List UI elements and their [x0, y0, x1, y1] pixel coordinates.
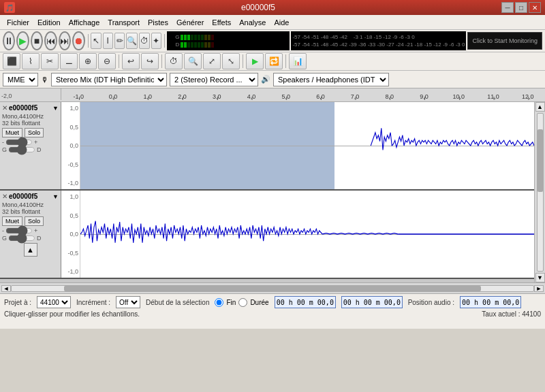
menu-generer[interactable]: Générer — [172, 17, 208, 28]
pan-slider-1[interactable] — [8, 147, 35, 152]
loop-button[interactable]: 🔁 — [265, 53, 283, 69]
tick-2: 1,0 — [130, 91, 165, 100]
sep1 — [88, 34, 89, 48]
pan-left-1: G — [2, 146, 7, 153]
sep3 — [119, 54, 119, 68]
vu-segs-top — [181, 35, 214, 40]
track-dropdown-1[interactable]: ▼ — [52, 105, 59, 112]
taux-actuel: Taux actuel : 44100 — [482, 310, 541, 318]
scroll-left-button[interactable]: ◄ — [1, 285, 11, 292]
tool-zoom-sel[interactable]: ⤡ — [222, 53, 240, 69]
h-scroll-thumb[interactable] — [64, 286, 482, 291]
scroll-down-button[interactable]: ▼ — [535, 273, 545, 282]
track-area-wrapper: ✕ e00000f5 ▼ Mono,44100Hz32 bits flottan… — [0, 102, 545, 282]
pan-slider-2[interactable] — [8, 235, 35, 241]
track-close-2[interactable]: ✕ — [2, 193, 7, 200]
menu-pistes[interactable]: Pistes — [144, 17, 172, 28]
multi-tool[interactable]: ✦ — [151, 33, 161, 49]
vu-segs-bot — [181, 42, 214, 48]
menu-edition[interactable]: Edition — [33, 17, 65, 28]
solo-button-2[interactable]: Solo — [25, 216, 44, 226]
vu-seg — [184, 42, 187, 48]
forward-button[interactable]: ⏭ — [59, 31, 71, 50]
menu-effets[interactable]: Effets — [208, 17, 235, 28]
window-controls[interactable]: ─ □ ✕ — [501, 2, 541, 13]
project-rate-select[interactable]: 44100 — [37, 296, 71, 308]
host-select[interactable]: MME — [3, 73, 38, 86]
tool-redo[interactable]: ↪ — [141, 53, 159, 69]
vu-seg — [211, 42, 214, 48]
track-info-1: Mono,44100Hz32 bits flottant — [2, 113, 59, 127]
record-level[interactable]: 📊 — [289, 53, 307, 69]
menu-aide[interactable]: Aide — [270, 17, 293, 28]
back-button[interactable]: ⏮ — [44, 31, 57, 50]
record-button[interactable]: ⏺ — [72, 31, 84, 50]
window-title: e00000f5 — [15, 3, 501, 12]
track2-collapse[interactable]: ▲ — [24, 243, 37, 257]
tool-zoom-in[interactable]: ⊕ — [79, 53, 97, 69]
tick-12: 11,0 — [476, 91, 511, 100]
tool-magnify[interactable]: 🔍 — [184, 53, 202, 69]
time-tool[interactable]: ⏱ — [139, 33, 149, 49]
tool-envelope[interactable]: ⌇ — [22, 53, 40, 69]
track-info-2: Mono,44100Hz32 bits flottant — [2, 201, 59, 215]
minimize-button[interactable]: ─ — [501, 2, 514, 13]
play-button[interactable]: ▶ — [16, 31, 29, 50]
scroll-track[interactable] — [537, 113, 544, 272]
vu-seg — [201, 35, 204, 40]
selection-end-input[interactable] — [341, 296, 403, 308]
vu-seg — [208, 42, 211, 48]
sep4 — [161, 54, 162, 68]
duree-radio[interactable] — [238, 298, 247, 307]
close-button[interactable]: ✕ — [529, 2, 541, 13]
fin-radio[interactable] — [215, 298, 223, 307]
output-select[interactable]: Speakers / Headphones (IDT H ... — [273, 73, 389, 86]
vu-seg — [191, 42, 193, 48]
fin-label: Fin — [226, 299, 236, 306]
tool-clock[interactable]: ⏱ — [165, 53, 183, 69]
zoom-tool[interactable]: 🔍 — [126, 33, 138, 49]
tool-zoom-fit[interactable]: ⤢ — [203, 53, 221, 69]
tool-select-region[interactable]: ⬛ — [3, 53, 20, 69]
duree-label: Durée — [250, 299, 268, 306]
select-tool[interactable]: I — [103, 33, 113, 49]
solo-button-1[interactable]: Solo — [25, 128, 44, 137]
tool-silence[interactable]: ⚊ — [60, 53, 78, 69]
channel-select[interactable]: 2 (Stereo) Record ... — [170, 73, 258, 86]
vu-seg — [187, 42, 190, 48]
selection-start-input[interactable] — [275, 296, 336, 308]
audio-pos-input[interactable] — [460, 296, 521, 308]
cursor-tool[interactable]: ↖ — [91, 33, 101, 49]
status-bar: Projet à : 44100 Incrément : Off Début d… — [0, 293, 545, 329]
waveform-1[interactable] — [80, 102, 534, 189]
stop-button[interactable]: ■ — [31, 31, 43, 50]
menu-analyse[interactable]: Analyse — [235, 17, 270, 28]
menu-transport[interactable]: Transport — [104, 17, 144, 28]
draw-tool[interactable]: ✏ — [114, 33, 125, 49]
pan-left-2: G — [2, 235, 7, 242]
menu-affichage[interactable]: Affichage — [65, 17, 104, 28]
scroll-up-button[interactable]: ▲ — [535, 102, 545, 112]
track-dropdown-2[interactable]: ▼ — [52, 193, 59, 200]
sep2 — [164, 34, 165, 48]
pause-button[interactable]: ⏸ — [3, 31, 15, 50]
increment-select[interactable]: Off — [116, 296, 140, 308]
tool-undo[interactable]: ↩ — [122, 53, 140, 69]
play-start-button[interactable]: ▶ — [246, 53, 264, 69]
menu-fichier[interactable]: Fichier — [3, 17, 33, 28]
mute-button-1[interactable]: Muet — [2, 128, 22, 137]
input-select[interactable]: Stereo Mix (IDT High Definition ... — [51, 73, 167, 86]
mute-button-2[interactable]: Muet — [2, 216, 22, 226]
tool-zoom-out[interactable]: ⊖ — [98, 53, 116, 69]
maximize-button[interactable]: □ — [515, 2, 527, 13]
scroll-thumb[interactable] — [538, 129, 543, 192]
sep5 — [243, 54, 243, 68]
h-scroll-track[interactable] — [11, 285, 534, 292]
click-monitor-button[interactable]: Click to Start Monitoring — [467, 32, 542, 50]
track-close-1[interactable]: ✕ — [2, 104, 7, 112]
scroll-right-button[interactable]: ► — [534, 285, 544, 292]
tool-trim[interactable]: ✂ — [41, 53, 59, 69]
sep6 — [285, 54, 286, 68]
waveform-2[interactable] — [80, 191, 534, 278]
tick-9: 8,0 — [372, 91, 407, 100]
